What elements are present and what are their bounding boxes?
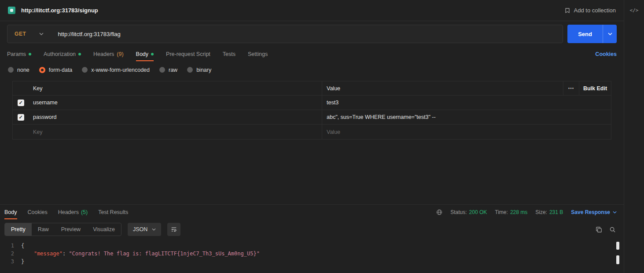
toolbar-right-icons [596,226,616,233]
value-column-header: Value [322,81,563,95]
mode-raw[interactable]: raw [159,67,177,73]
row-checkbox[interactable] [18,114,24,121]
radio-icon [82,67,88,73]
row-key[interactable]: username [29,96,322,110]
size-indicator: Size: 231 B [535,209,563,215]
tab-label: Body [136,51,149,57]
search-response-button[interactable] [609,226,616,233]
save-response-button[interactable]: Save Response [571,209,617,215]
line-number: 1 [0,242,21,250]
line-number: 2 [0,250,21,258]
bulk-edit-button[interactable]: Bulk Edit [579,81,611,95]
view-preview-button[interactable]: Preview [55,223,87,236]
table-header-row: Key Value ••• Bulk Edit [13,81,611,96]
code-line: 2 "message": "Congrats! The flag is: fla… [0,250,624,258]
code-snippet-icon[interactable]: </> [630,7,639,13]
add-to-collection-label: Add to collection [574,7,616,14]
row-checkbox[interactable] [18,100,24,106]
request-title: http://litctf.org:31783/signup [21,7,98,14]
key-placeholder[interactable]: Key [29,125,322,139]
time-value: 228 ms [510,209,527,215]
tab-count: (5) [81,209,88,215]
tab-authorization[interactable]: Authorization [44,47,81,61]
send-split-button: Send [567,25,617,43]
copy-response-button[interactable] [596,226,602,233]
url-input[interactable] [51,25,563,43]
mode-binary[interactable]: binary [187,67,211,73]
request-titlebar: http://litctf.org:31783/signup Add to co… [0,0,624,21]
right-sidebar: </> [624,0,644,273]
wrap-lines-icon [171,226,177,232]
radio-selected-icon [39,67,45,73]
table-row: password abc", sus=True WHERE username="… [13,110,611,125]
mode-label: binary [196,67,211,73]
tab-headers[interactable]: Headers (9) [93,47,124,61]
key-column-header: Key [29,81,322,95]
add-to-collection-icon [564,7,570,14]
wrap-lines-button[interactable] [167,223,180,236]
request-favicon-icon [8,7,15,14]
tab-label: Pre-request Script [166,51,210,57]
mode-form-data[interactable]: form-data [39,67,73,73]
tab-pre-request-script[interactable]: Pre-request Script [166,47,210,61]
send-button[interactable]: Send [567,25,603,43]
radio-icon [187,67,193,73]
mode-label: x-www-form-urlencoded [91,67,150,73]
code-line: 3} [0,258,624,266]
tab-settings[interactable]: Settings [248,47,268,61]
tab-count: (9) [117,51,123,57]
tab-label: Cookies [28,209,48,215]
row-value[interactable]: abc", sus=True WHERE username="test3" -- [322,110,611,124]
json-separator: : [63,250,69,258]
response-tab-test-results[interactable]: Test Results [98,205,128,219]
chevron-down-icon [39,33,44,35]
time-label: Time: [495,209,508,215]
tab-label: Tests [223,51,236,57]
table-placeholder-row: Key Value [13,125,611,139]
tab-params[interactable]: Params [7,47,31,61]
scrollbar-thumb[interactable] [616,255,619,264]
tab-label: Test Results [98,209,128,215]
mode-label: form-data [49,67,73,73]
response-meta: Status: 200 OK Time: 228 ms Size: 231 B … [436,205,617,219]
tab-label: Params [7,51,26,57]
method-label: GET [15,31,26,37]
response-toolbar: Pretty Raw Preview Visualize JSON [0,219,624,240]
green-dot-icon [78,53,81,55]
response-tab-cookies[interactable]: Cookies [28,205,48,219]
size-value: 231 B [549,209,563,215]
view-visualize-button[interactable]: Visualize [87,223,121,236]
send-options-button[interactable] [603,25,617,43]
response-tab-headers[interactable]: Headers (5) [58,205,88,219]
mode-x-www-form-urlencoded[interactable]: x-www-form-urlencoded [82,67,150,73]
view-pretty-button[interactable]: Pretty [5,223,32,236]
tab-tests[interactable]: Tests [223,47,236,61]
view-raw-button[interactable]: Raw [32,223,55,236]
response-body-viewer[interactable]: 1{ 2 "message": "Congrats! The flag is: … [0,240,624,273]
view-mode-group: Pretty Raw Preview Visualize [4,223,121,236]
method-select[interactable]: GET [7,31,51,37]
radio-icon [8,67,14,73]
chevron-down-icon [152,228,156,231]
mode-none[interactable]: none [8,67,29,73]
form-data-table: Key Value ••• Bulk Edit username test3 p… [12,81,611,140]
value-placeholder[interactable]: Value [322,125,611,139]
cookies-link[interactable]: Cookies [595,51,617,57]
tab-body[interactable]: Body [136,47,154,61]
response-panel: Body Cookies Headers (5) Test Results St… [0,204,624,273]
row-key[interactable]: password [29,110,322,124]
url-row: GET Send [0,21,624,47]
format-label: JSON [133,226,147,232]
scrollbar-thumb[interactable] [616,242,619,250]
row-value[interactable]: test3 [322,96,611,110]
json-string-value: "Congrats! The flag is: flagLITCTF{1njeC… [69,250,259,258]
response-tab-body[interactable]: Body [4,205,17,219]
mode-label: raw [169,67,177,73]
placeholder-checkbox-cell [13,125,29,139]
empty-area [0,140,624,204]
format-select[interactable]: JSON [128,223,161,236]
header-checkbox-cell [13,81,29,95]
add-to-collection-button[interactable]: Add to collection [564,7,616,14]
globe-icon [436,209,442,215]
more-options-icon[interactable]: ••• [563,81,579,95]
